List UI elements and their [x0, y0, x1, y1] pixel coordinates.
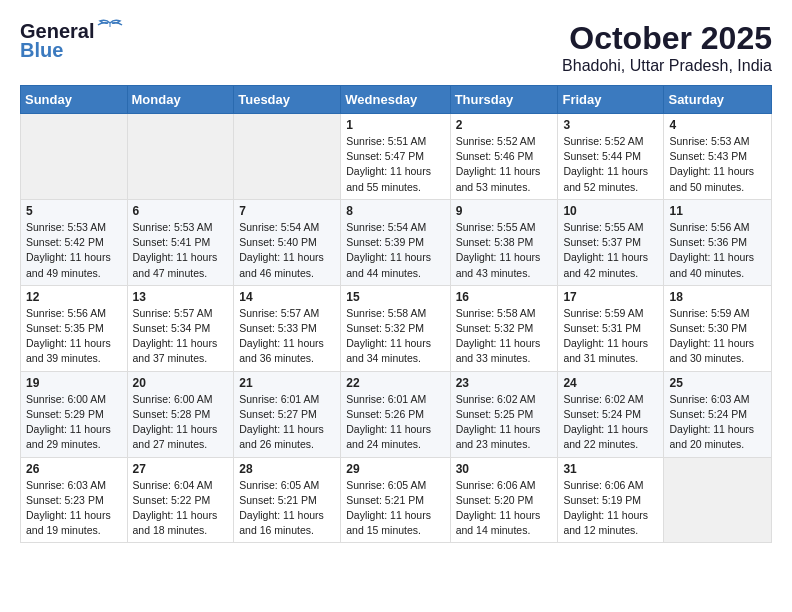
day-info: Sunrise: 5:58 AMSunset: 5:32 PMDaylight:…: [346, 306, 444, 367]
day-info: Sunrise: 6:02 AMSunset: 5:25 PMDaylight:…: [456, 392, 553, 453]
calendar-cell: 18Sunrise: 5:59 AMSunset: 5:30 PMDayligh…: [664, 285, 772, 371]
calendar-cell: [234, 114, 341, 200]
calendar-cell: 15Sunrise: 5:58 AMSunset: 5:32 PMDayligh…: [341, 285, 450, 371]
day-info: Sunrise: 6:01 AMSunset: 5:27 PMDaylight:…: [239, 392, 335, 453]
calendar-cell: 24Sunrise: 6:02 AMSunset: 5:24 PMDayligh…: [558, 371, 664, 457]
header-monday: Monday: [127, 86, 234, 114]
day-info: Sunrise: 5:52 AMSunset: 5:46 PMDaylight:…: [456, 134, 553, 195]
calendar-cell: 22Sunrise: 6:01 AMSunset: 5:26 PMDayligh…: [341, 371, 450, 457]
calendar-table: SundayMondayTuesdayWednesdayThursdayFrid…: [20, 85, 772, 543]
day-number: 22: [346, 376, 444, 390]
calendar-cell: 14Sunrise: 5:57 AMSunset: 5:33 PMDayligh…: [234, 285, 341, 371]
calendar-cell: 6Sunrise: 5:53 AMSunset: 5:41 PMDaylight…: [127, 199, 234, 285]
day-info: Sunrise: 6:06 AMSunset: 5:20 PMDaylight:…: [456, 478, 553, 539]
calendar-week-5: 26Sunrise: 6:03 AMSunset: 5:23 PMDayligh…: [21, 457, 772, 543]
calendar-week-4: 19Sunrise: 6:00 AMSunset: 5:29 PMDayligh…: [21, 371, 772, 457]
calendar-cell: 7Sunrise: 5:54 AMSunset: 5:40 PMDaylight…: [234, 199, 341, 285]
calendar-cell: 26Sunrise: 6:03 AMSunset: 5:23 PMDayligh…: [21, 457, 128, 543]
logo-bird-icon: [96, 19, 124, 37]
day-number: 18: [669, 290, 766, 304]
day-number: 23: [456, 376, 553, 390]
day-info: Sunrise: 5:52 AMSunset: 5:44 PMDaylight:…: [563, 134, 658, 195]
day-info: Sunrise: 6:06 AMSunset: 5:19 PMDaylight:…: [563, 478, 658, 539]
day-number: 6: [133, 204, 229, 218]
day-info: Sunrise: 5:54 AMSunset: 5:40 PMDaylight:…: [239, 220, 335, 281]
logo-blue: Blue: [20, 39, 63, 62]
calendar-cell: 19Sunrise: 6:00 AMSunset: 5:29 PMDayligh…: [21, 371, 128, 457]
title-area: October 2025 Bhadohi, Uttar Pradesh, Ind…: [562, 20, 772, 75]
day-info: Sunrise: 6:05 AMSunset: 5:21 PMDaylight:…: [346, 478, 444, 539]
day-info: Sunrise: 5:55 AMSunset: 5:38 PMDaylight:…: [456, 220, 553, 281]
page-subtitle: Bhadohi, Uttar Pradesh, India: [562, 57, 772, 75]
day-number: 13: [133, 290, 229, 304]
calendar-cell: 17Sunrise: 5:59 AMSunset: 5:31 PMDayligh…: [558, 285, 664, 371]
calendar-cell: 16Sunrise: 5:58 AMSunset: 5:32 PMDayligh…: [450, 285, 558, 371]
day-number: 3: [563, 118, 658, 132]
header: General Blue October 2025 Bhadohi, Uttar…: [20, 20, 772, 75]
day-number: 7: [239, 204, 335, 218]
day-info: Sunrise: 6:00 AMSunset: 5:28 PMDaylight:…: [133, 392, 229, 453]
calendar-cell: 13Sunrise: 5:57 AMSunset: 5:34 PMDayligh…: [127, 285, 234, 371]
calendar-cell: 11Sunrise: 5:56 AMSunset: 5:36 PMDayligh…: [664, 199, 772, 285]
day-number: 10: [563, 204, 658, 218]
header-saturday: Saturday: [664, 86, 772, 114]
calendar-cell: 23Sunrise: 6:02 AMSunset: 5:25 PMDayligh…: [450, 371, 558, 457]
calendar-cell: 27Sunrise: 6:04 AMSunset: 5:22 PMDayligh…: [127, 457, 234, 543]
header-tuesday: Tuesday: [234, 86, 341, 114]
calendar-cell: 21Sunrise: 6:01 AMSunset: 5:27 PMDayligh…: [234, 371, 341, 457]
calendar-cell: 20Sunrise: 6:00 AMSunset: 5:28 PMDayligh…: [127, 371, 234, 457]
day-number: 24: [563, 376, 658, 390]
day-number: 11: [669, 204, 766, 218]
day-info: Sunrise: 6:02 AMSunset: 5:24 PMDaylight:…: [563, 392, 658, 453]
calendar-cell: 8Sunrise: 5:54 AMSunset: 5:39 PMDaylight…: [341, 199, 450, 285]
day-number: 25: [669, 376, 766, 390]
day-number: 4: [669, 118, 766, 132]
day-number: 5: [26, 204, 122, 218]
day-number: 29: [346, 462, 444, 476]
calendar-cell: 31Sunrise: 6:06 AMSunset: 5:19 PMDayligh…: [558, 457, 664, 543]
day-number: 16: [456, 290, 553, 304]
day-info: Sunrise: 5:51 AMSunset: 5:47 PMDaylight:…: [346, 134, 444, 195]
day-info: Sunrise: 5:55 AMSunset: 5:37 PMDaylight:…: [563, 220, 658, 281]
calendar-cell: 29Sunrise: 6:05 AMSunset: 5:21 PMDayligh…: [341, 457, 450, 543]
calendar-cell: 3Sunrise: 5:52 AMSunset: 5:44 PMDaylight…: [558, 114, 664, 200]
day-number: 26: [26, 462, 122, 476]
header-sunday: Sunday: [21, 86, 128, 114]
day-info: Sunrise: 6:01 AMSunset: 5:26 PMDaylight:…: [346, 392, 444, 453]
day-info: Sunrise: 6:03 AMSunset: 5:24 PMDaylight:…: [669, 392, 766, 453]
day-number: 21: [239, 376, 335, 390]
day-number: 30: [456, 462, 553, 476]
calendar-cell: 28Sunrise: 6:05 AMSunset: 5:21 PMDayligh…: [234, 457, 341, 543]
day-info: Sunrise: 5:57 AMSunset: 5:34 PMDaylight:…: [133, 306, 229, 367]
header-thursday: Thursday: [450, 86, 558, 114]
header-friday: Friday: [558, 86, 664, 114]
calendar-cell: [21, 114, 128, 200]
calendar-week-1: 1Sunrise: 5:51 AMSunset: 5:47 PMDaylight…: [21, 114, 772, 200]
calendar-week-3: 12Sunrise: 5:56 AMSunset: 5:35 PMDayligh…: [21, 285, 772, 371]
day-number: 1: [346, 118, 444, 132]
day-info: Sunrise: 5:53 AMSunset: 5:41 PMDaylight:…: [133, 220, 229, 281]
day-info: Sunrise: 5:58 AMSunset: 5:32 PMDaylight:…: [456, 306, 553, 367]
day-info: Sunrise: 6:00 AMSunset: 5:29 PMDaylight:…: [26, 392, 122, 453]
day-info: Sunrise: 5:53 AMSunset: 5:43 PMDaylight:…: [669, 134, 766, 195]
day-number: 2: [456, 118, 553, 132]
day-info: Sunrise: 5:56 AMSunset: 5:35 PMDaylight:…: [26, 306, 122, 367]
day-number: 15: [346, 290, 444, 304]
day-info: Sunrise: 5:59 AMSunset: 5:30 PMDaylight:…: [669, 306, 766, 367]
day-info: Sunrise: 5:56 AMSunset: 5:36 PMDaylight:…: [669, 220, 766, 281]
calendar-cell: 12Sunrise: 5:56 AMSunset: 5:35 PMDayligh…: [21, 285, 128, 371]
day-info: Sunrise: 5:54 AMSunset: 5:39 PMDaylight:…: [346, 220, 444, 281]
calendar-header-row: SundayMondayTuesdayWednesdayThursdayFrid…: [21, 86, 772, 114]
day-number: 28: [239, 462, 335, 476]
calendar-cell: 5Sunrise: 5:53 AMSunset: 5:42 PMDaylight…: [21, 199, 128, 285]
day-number: 8: [346, 204, 444, 218]
day-number: 9: [456, 204, 553, 218]
day-info: Sunrise: 6:05 AMSunset: 5:21 PMDaylight:…: [239, 478, 335, 539]
logo: General Blue: [20, 20, 124, 62]
calendar-cell: 30Sunrise: 6:06 AMSunset: 5:20 PMDayligh…: [450, 457, 558, 543]
calendar-cell: 25Sunrise: 6:03 AMSunset: 5:24 PMDayligh…: [664, 371, 772, 457]
day-info: Sunrise: 5:53 AMSunset: 5:42 PMDaylight:…: [26, 220, 122, 281]
day-info: Sunrise: 6:04 AMSunset: 5:22 PMDaylight:…: [133, 478, 229, 539]
calendar-cell: 9Sunrise: 5:55 AMSunset: 5:38 PMDaylight…: [450, 199, 558, 285]
day-info: Sunrise: 5:59 AMSunset: 5:31 PMDaylight:…: [563, 306, 658, 367]
